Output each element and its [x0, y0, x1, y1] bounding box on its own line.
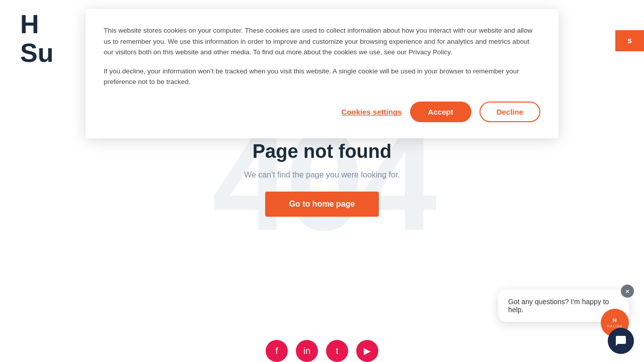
chat-icon-button[interactable]	[608, 328, 634, 354]
cookie-text-secondary: If you decline, your information won't b…	[104, 66, 540, 87]
go-home-button[interactable]: Go to home page	[265, 192, 379, 217]
chat-bubble-text: Got any questions? I'm happy to help.	[508, 298, 609, 314]
decline-button[interactable]: Decline	[479, 102, 540, 122]
error-section: 404 Page not found We can't find the pag…	[0, 141, 644, 217]
cookie-text-primary: This website stores cookies on your comp…	[104, 25, 540, 58]
cookies-settings-button[interactable]: Cookies settings	[342, 108, 402, 116]
accept-button[interactable]: Accept	[410, 102, 471, 122]
header-title-line1: H	[20, 10, 53, 39]
social-icon-twitter[interactable]: t	[326, 340, 348, 362]
cookie-actions: Cookies settings Accept Decline	[104, 102, 540, 122]
cookie-banner: This website stores cookies on your comp…	[86, 9, 558, 138]
chat-widget: Got any questions? I'm happy to help. × …	[498, 290, 634, 322]
chat-avatar-brand: HALIAN	[607, 324, 622, 328]
error-subtitle: We can't find the page you were looking …	[244, 170, 400, 179]
chat-avatar-initial: H	[613, 318, 617, 323]
social-icon-facebook[interactable]: f	[266, 340, 288, 362]
header-button[interactable]: s	[615, 30, 644, 51]
social-icon-youtube[interactable]: ▶	[356, 340, 378, 362]
header-title-line2: Su	[20, 39, 53, 67]
social-icon-linkedin[interactable]: in	[296, 340, 318, 362]
chat-icon	[615, 335, 627, 347]
error-content: Page not found We can't find the page yo…	[244, 141, 400, 217]
error-title: Page not found	[253, 141, 392, 162]
chat-close-button[interactable]: ×	[621, 285, 634, 298]
social-icons: f in t ▶	[266, 340, 378, 362]
